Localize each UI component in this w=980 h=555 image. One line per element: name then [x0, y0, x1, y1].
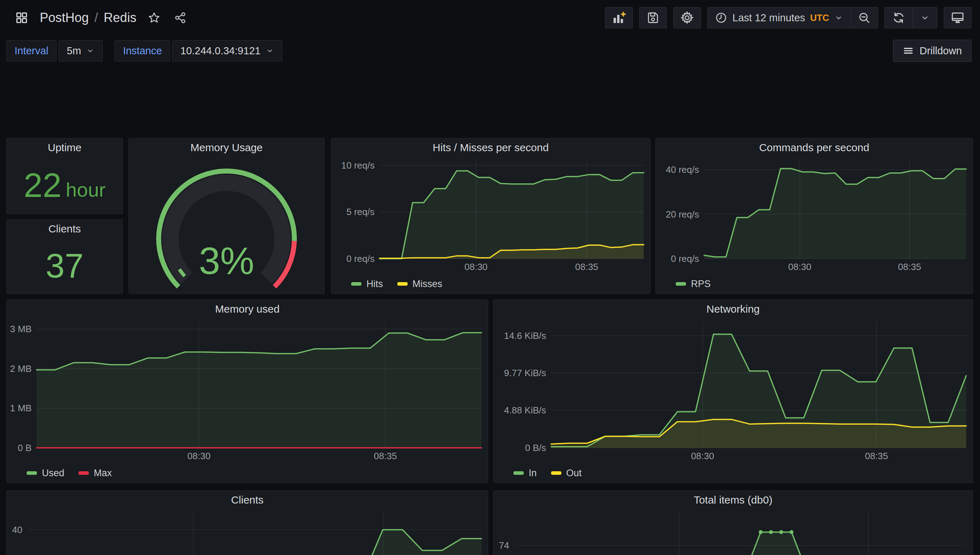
clients-plot[interactable]: 1020304008:3008:35 — [7, 509, 488, 555]
legend-color-chip — [551, 471, 561, 475]
clients-value: 37 — [46, 249, 84, 283]
favorite-button[interactable] — [146, 9, 162, 26]
legend-item[interactable]: RPS — [676, 279, 711, 290]
interval-value: 5m — [67, 45, 81, 57]
svg-text:08:35: 08:35 — [575, 261, 598, 272]
time-picker-group: Last 12 minutes UTC — [707, 7, 878, 28]
legend-color-chip — [351, 282, 361, 286]
legend-color-chip — [27, 471, 37, 475]
instance-label: Instance — [115, 40, 170, 61]
hits-misses-plot[interactable]: 0 req/s5 req/s10 req/s08:3008:35 — [331, 157, 650, 274]
uptime-value: 22 — [24, 168, 62, 202]
variable-instance: Instance 10.244.0.34:9121 — [115, 40, 282, 61]
breadcrumb: PostHog / Redis — [40, 10, 137, 25]
interval-select[interactable]: 5m — [59, 40, 103, 61]
legend-item[interactable]: Misses — [397, 279, 442, 290]
uptime-stat: 22 hour — [7, 157, 122, 213]
instance-select[interactable]: 10.244.0.34:9121 — [172, 40, 282, 61]
chevron-down-icon — [834, 13, 843, 22]
panel-title-networking[interactable]: Networking — [493, 300, 972, 318]
total-items-plot[interactable]: 6870727408:3008:35 — [493, 509, 972, 555]
legend-label: Max — [94, 468, 112, 479]
breadcrumb-dashboard[interactable]: Redis — [104, 10, 137, 25]
monitor-icon — [951, 11, 965, 25]
legend-item[interactable]: Used — [27, 468, 64, 479]
svg-text:4.88 KiB/s: 4.88 KiB/s — [504, 405, 546, 415]
zoom-out-button[interactable] — [850, 8, 878, 28]
variable-interval: Interval 5m — [6, 40, 103, 61]
panel-title-clients-chart[interactable]: Clients — [7, 491, 488, 509]
add-panel-button[interactable] — [605, 7, 633, 28]
svg-text:0 req/s: 0 req/s — [671, 253, 699, 264]
legend-label: Used — [42, 468, 64, 479]
panel-clients-stat: Clients 37 — [6, 219, 123, 294]
chevron-down-icon — [920, 13, 930, 23]
panel-title-memory-used[interactable]: Memory used — [7, 300, 488, 318]
svg-text:0 req/s: 0 req/s — [347, 253, 375, 264]
panel-memory-usage: Memory Usage 3% — [129, 138, 325, 294]
panel-title-commands[interactable]: Commands per second — [656, 138, 972, 157]
panel-title-total-items[interactable]: Total items (db0) — [493, 491, 972, 509]
svg-text:10 req/s: 10 req/s — [341, 160, 374, 171]
svg-text:08:30: 08:30 — [188, 451, 210, 461]
commands-plot[interactable]: 0 req/s20 req/s40 req/s08:3008:35 — [656, 157, 972, 274]
svg-text:74: 74 — [499, 540, 509, 551]
panel-title-memory-usage[interactable]: Memory Usage — [129, 138, 324, 157]
svg-text:08:30: 08:30 — [691, 451, 714, 461]
interval-label: Interval — [6, 40, 56, 61]
breadcrumb-separator: / — [95, 10, 98, 25]
svg-text:0 B/s: 0 B/s — [525, 443, 546, 453]
legend-item[interactable]: In — [513, 468, 537, 479]
panel-clients-chart: Clients 1020304008:3008:35 — [6, 491, 488, 555]
apps-menu-button[interactable] — [13, 9, 31, 27]
memory-usage-gauge: 3% — [129, 157, 324, 295]
drilldown-button[interactable]: Drilldown — [893, 40, 972, 62]
dashboard-settings-button[interactable] — [673, 7, 701, 28]
legend-label: Misses — [413, 279, 442, 290]
save-dashboard-button[interactable] — [639, 7, 667, 28]
refresh-button[interactable] — [885, 8, 913, 28]
add-panel-icon — [612, 11, 626, 25]
legend-label: Out — [566, 468, 582, 479]
gauge-value: 3% — [199, 239, 254, 282]
legend-item[interactable]: Hits — [351, 279, 383, 290]
svg-text:08:30: 08:30 — [788, 261, 811, 272]
panel-title-hits-misses[interactable]: Hits / Misses per second — [331, 138, 650, 157]
legend-item[interactable]: Max — [79, 468, 112, 479]
svg-text:5 req/s: 5 req/s — [347, 207, 375, 217]
dashboard-controls: Interval 5m Instance 10.244.0.34:9121 Dr… — [0, 35, 980, 66]
refresh-group — [885, 7, 937, 28]
panel-title-uptime[interactable]: Uptime — [7, 138, 122, 157]
hits-misses-legend: HitsMisses — [331, 274, 650, 294]
networking-plot[interactable]: 0 B/s4.88 KiB/s9.77 KiB/s14.6 KiB/s08:30… — [493, 318, 972, 464]
panel-hits-misses: Hits / Misses per second 0 req/s5 req/s1… — [331, 138, 651, 294]
svg-text:14.6 KiB/s: 14.6 KiB/s — [504, 330, 546, 341]
svg-text:3 MB: 3 MB — [10, 324, 32, 334]
chevron-down-icon — [266, 47, 274, 55]
kiosk-mode-button[interactable] — [944, 7, 972, 28]
zoom-out-icon — [858, 11, 871, 24]
drilldown-label: Drilldown — [920, 45, 962, 57]
dashboard-grid: Uptime 22 hour Clients 37 Memory Usage 3… — [0, 66, 980, 555]
svg-text:08:35: 08:35 — [898, 261, 921, 272]
svg-text:2 MB: 2 MB — [10, 363, 32, 374]
refresh-interval-dropdown[interactable] — [913, 8, 937, 28]
breadcrumb-folder[interactable]: PostHog — [40, 10, 89, 25]
svg-text:0 B: 0 B — [18, 443, 32, 453]
panel-uptime: Uptime 22 hour — [6, 138, 123, 214]
panel-total-items: Total items (db0) 6870727408:3008:35 — [493, 491, 973, 555]
svg-text:08:30: 08:30 — [464, 261, 487, 272]
legend-label: RPS — [691, 279, 711, 290]
legend-color-chip — [397, 282, 408, 286]
memory-used-plot[interactable]: 0 B1 MB2 MB3 MB08:3008:35 — [7, 318, 488, 464]
legend-item[interactable]: Out — [551, 468, 582, 479]
panel-commands: Commands per second 0 req/s20 req/s40 re… — [655, 138, 973, 294]
time-range-picker[interactable]: Last 12 minutes UTC — [708, 8, 850, 28]
timezone-label: UTC — [810, 13, 829, 23]
legend-label: Hits — [366, 279, 383, 290]
panel-title-clients-stat[interactable]: Clients — [7, 220, 122, 238]
hamburger-icon — [903, 45, 914, 56]
share-button[interactable] — [172, 9, 189, 26]
svg-text:9.77 KiB/s: 9.77 KiB/s — [504, 367, 546, 378]
gear-icon — [680, 11, 694, 25]
